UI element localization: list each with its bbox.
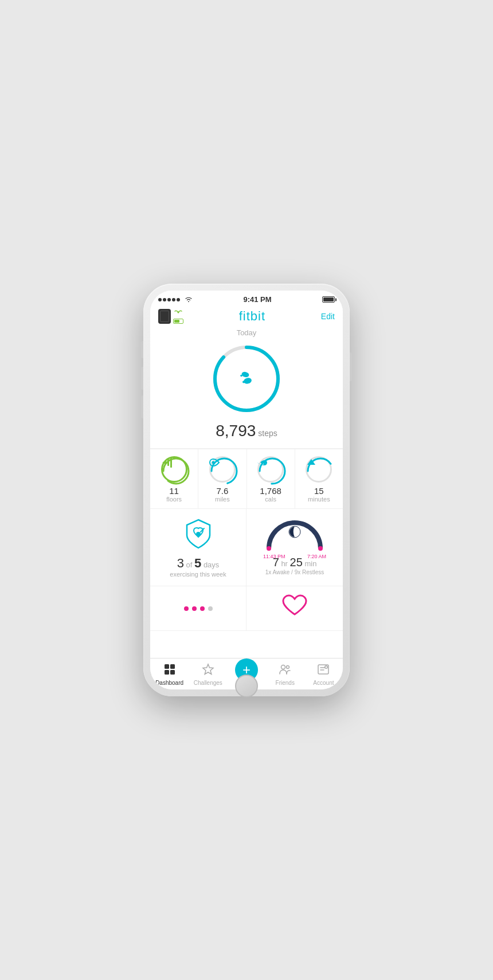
cals-ring — [257, 456, 284, 483]
exercise-days-label: days — [204, 560, 219, 569]
exercise-goal: 5 — [194, 556, 201, 570]
sleep-end-time: 7:20 AM — [307, 554, 326, 559]
device-icons — [158, 308, 183, 324]
miles-label: miles — [215, 496, 230, 503]
tab-challenges-label: Challenges — [194, 680, 222, 686]
svg-point-3 — [243, 377, 252, 385]
signal-indicator — [158, 298, 180, 301]
main-content: Today — [150, 328, 343, 658]
svg-point-17 — [196, 532, 201, 536]
exercise-current: 3 — [177, 556, 184, 570]
sleep-start-time: 11:43 PM — [263, 554, 285, 559]
svg-point-19 — [267, 546, 271, 551]
svg-rect-9 — [167, 459, 169, 466]
exercise-cell[interactable]: 3 of 5 days exercising this week — [150, 509, 246, 586]
fitbit-band-icon — [158, 309, 171, 324]
tab-friends[interactable]: Friends — [266, 658, 304, 689]
svg-rect-23 — [170, 664, 175, 669]
dashboard-icon — [163, 663, 176, 679]
floors-metric[interactable]: 11 floors — [150, 449, 198, 508]
signal-dot-5 — [177, 298, 180, 301]
signal-dot-1 — [158, 298, 162, 301]
metrics-row: 11 floors — [150, 449, 343, 508]
svg-rect-25 — [170, 670, 175, 675]
heart-cell[interactable] — [246, 586, 343, 631]
svg-rect-8 — [170, 457, 172, 468]
steps-value: 8,793 — [216, 422, 256, 440]
tab-challenges[interactable]: Challenges — [189, 658, 227, 689]
svg-point-13 — [212, 461, 214, 464]
tab-dashboard-label: Dashboard — [155, 680, 183, 686]
cals-label: cals — [265, 496, 276, 503]
miles-value: 7.6 — [216, 486, 228, 496]
account-icon — [317, 663, 330, 679]
exercise-shield-icon — [181, 517, 216, 551]
exercise-week-label: exercising this week — [170, 571, 226, 578]
svg-point-33 — [326, 667, 327, 668]
steps-unit: steps — [258, 429, 277, 438]
battery-fill — [323, 297, 334, 301]
tab-friends-label: Friends — [276, 680, 295, 686]
sleep-times: 11:43 PM 7:20 AM — [263, 554, 326, 559]
mute-button — [141, 341, 143, 358]
cals-value: 1,768 — [260, 486, 281, 496]
signal-dot-4 — [172, 298, 175, 301]
svg-point-6 — [240, 375, 242, 377]
sleep-gauge: 11:43 PM 7:20 AM — [263, 517, 326, 551]
minutes-ring — [306, 456, 332, 483]
app-header: fitbit Edit — [150, 306, 343, 328]
svg-rect-22 — [165, 664, 169, 669]
tab-account[interactable]: Account — [304, 658, 343, 689]
tab-account-label: Account — [313, 680, 334, 686]
power-button — [350, 352, 352, 381]
steps-footprint-icon — [236, 367, 257, 391]
sleep-sub-label: 1x Awake / 9x Restless — [265, 569, 324, 575]
home-button[interactable] — [235, 675, 258, 697]
sync-waves-icon — [173, 308, 183, 318]
today-section: Today — [150, 328, 343, 449]
wifi-icon — [185, 296, 193, 304]
status-bar: 9:41 PM — [150, 291, 343, 306]
floors-value: 11 — [169, 486, 179, 496]
dot-4 — [208, 606, 213, 611]
svg-marker-26 — [203, 664, 213, 675]
edit-button[interactable]: Edit — [321, 312, 335, 321]
floors-label: floors — [166, 496, 182, 503]
device-sync — [173, 308, 183, 324]
svg-point-4 — [241, 371, 250, 378]
miles-metric[interactable]: 7.6 miles — [198, 449, 246, 508]
minutes-value: 15 — [314, 486, 324, 496]
svg-point-27 — [281, 665, 285, 669]
floors-ring — [161, 456, 187, 483]
steps-ring-container[interactable] — [158, 342, 335, 416]
status-time: 9:41 PM — [243, 295, 271, 304]
steps-count: 8,793steps — [158, 422, 335, 440]
today-label: Today — [158, 328, 335, 337]
svg-rect-24 — [165, 670, 169, 675]
svg-point-0 — [178, 312, 179, 313]
sync-battery-icon — [173, 319, 183, 324]
signal-dot-2 — [163, 298, 166, 301]
dots-cell — [150, 586, 246, 631]
svg-point-28 — [287, 666, 289, 669]
signal-dot-3 — [167, 298, 171, 301]
battery-icon — [322, 296, 335, 303]
dot-2 — [192, 606, 197, 611]
challenges-icon — [202, 663, 214, 679]
phone-screen: 9:41 PM — [150, 291, 343, 689]
phone-frame: 9:41 PM — [143, 284, 350, 696]
svg-point-5 — [242, 381, 245, 383]
sleep-cell[interactable]: 11:43 PM 7:20 AM 7 hr 25 min 1x Awake / … — [246, 509, 343, 586]
bottom-grid: 3 of 5 days exercising this week — [150, 508, 343, 631]
dot-1 — [184, 606, 189, 611]
status-left — [158, 296, 193, 304]
dot-3 — [200, 606, 205, 611]
tab-dashboard[interactable]: Dashboard — [150, 658, 189, 689]
volume-down-button — [141, 395, 143, 418]
exercise-count: 3 of 5 days — [177, 556, 220, 571]
cals-metric[interactable]: 1,768 cals — [247, 449, 295, 508]
minutes-metric[interactable]: 15 minutes — [295, 449, 343, 508]
steps-ring — [209, 342, 284, 416]
status-right — [322, 296, 335, 303]
friends-icon — [279, 663, 291, 679]
